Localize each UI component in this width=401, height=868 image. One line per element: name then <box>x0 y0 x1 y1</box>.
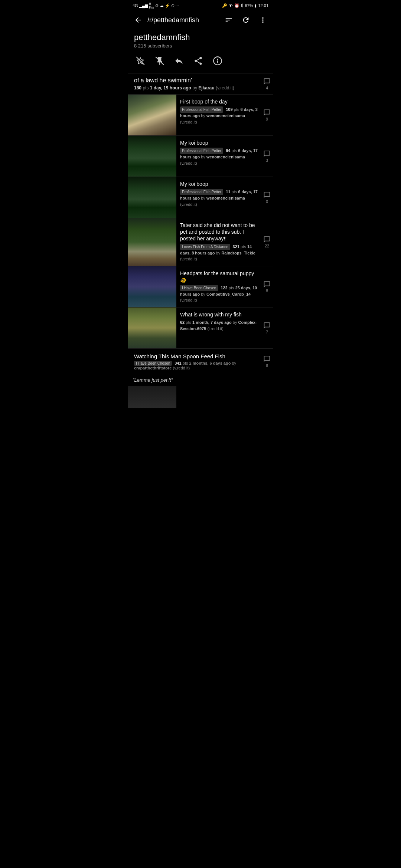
alarm-icon: ⏰ <box>234 3 239 8</box>
cloud-icon: ☁ <box>160 3 164 8</box>
comment-count: 9 <box>263 109 271 121</box>
post-thumbnail <box>128 95 176 135</box>
more-menu-button[interactable] <box>257 14 268 26</box>
post-meta: Professional Fish Petter 11 pts 6 days, … <box>180 189 258 207</box>
info-icon <box>213 56 222 66</box>
post-flair: Professional Fish Petter <box>180 189 223 195</box>
featured-source: (v.redd.it) <box>216 85 234 91</box>
last-post[interactable]: "Lemme just pet it" <box>128 374 273 408</box>
bottom-post-title: Watching This Man Spoon Feed Fish <box>134 353 258 359</box>
comment-icon <box>263 150 271 158</box>
bottom-post-author: crapatthethriftstore <box>134 366 172 370</box>
back-button[interactable] <box>133 14 144 26</box>
post-title: My koi boop <box>180 181 258 187</box>
post-item[interactable]: My koi boop Professional Fish Petter 94 … <box>128 135 273 177</box>
post-meta: Professional Fish Petter 94 pts 6 days, … <box>180 148 258 166</box>
post-flair: Professional Fish Petter <box>180 148 223 154</box>
data-speed: 0K/s <box>149 2 154 9</box>
bluetooth-icon: ₿ <box>241 3 243 8</box>
post-content: Tater said she did not want to be pet an… <box>176 218 273 266</box>
post-thumbnail <box>128 177 176 218</box>
bottom-post-meta: I Have Been Chosen 341 pts 2 months, 6 d… <box>134 361 258 370</box>
comment-icon <box>263 322 271 329</box>
subscriber-count: 8 215 subscribers <box>134 43 267 49</box>
notification-icon: ⊙ <box>171 3 175 8</box>
key-icon: 🔑 <box>222 3 227 8</box>
refresh-icon <box>242 16 250 24</box>
post-flair: Loves Fish From A Distance <box>180 244 230 250</box>
info-button[interactable] <box>211 55 224 67</box>
battery-pct: 67% <box>245 3 253 8</box>
comment-count: 8 <box>263 280 271 293</box>
featured-comment-count: 4 <box>263 78 271 90</box>
bottom-post-pts: 341 <box>175 361 181 365</box>
post-meta: 62 pts 1 month, 7 days ago by Complex-Se… <box>180 319 258 332</box>
featured-post[interactable]: of a lawd he swimmin' 180 pts 1 day, 19 … <box>128 73 273 94</box>
bottom-post-comment-count: 9 <box>263 355 271 367</box>
reply-button[interactable] <box>173 55 185 67</box>
post-list: First boop of the day Professional Fish … <box>128 94 273 348</box>
action-row <box>128 53 273 73</box>
post-content: My koi boop Professional Fish Petter 11 … <box>176 177 273 218</box>
page-title: /r/petthedamnfish <box>147 16 219 24</box>
signal-icon: 4G <box>133 3 138 8</box>
post-content: What is wrong with my fish 62 pts 1 mont… <box>176 308 273 348</box>
comment-count: 3 <box>263 150 271 162</box>
bottom-post-flair: I Have Been Chosen <box>134 361 172 366</box>
filter-icon <box>225 16 233 24</box>
more-status-icon: ··· <box>176 3 179 8</box>
comment-count: 0 <box>263 191 271 204</box>
post-title: First boop of the day <box>180 98 258 105</box>
status-bar: 4G ▂▄▆ 0K/s ⊘ ☁ ⚡ ⊙ ··· 🔑 👁 ⏰ ₿ 67% ▮ 12… <box>128 0 273 10</box>
share-button[interactable] <box>192 55 205 67</box>
post-title: Headpats for the samurai puppy 🐠 <box>180 270 258 283</box>
clock: 12:01 <box>258 3 268 8</box>
post-content: My koi boop Professional Fish Petter 94 … <box>176 136 273 177</box>
comment-count: 7 <box>263 322 271 334</box>
comment-icon <box>263 236 271 243</box>
post-thumbnail <box>128 308 176 348</box>
comment-icon <box>263 109 271 116</box>
more-vert-icon <box>259 16 267 24</box>
status-left: 4G ▂▄▆ 0K/s ⊘ ☁ ⚡ ⊙ ··· <box>133 2 179 9</box>
post-item[interactable]: My koi boop Professional Fish Petter 11 … <box>128 177 273 218</box>
comment-count: 22 <box>263 236 271 248</box>
star-off-icon <box>136 56 145 66</box>
post-flair: Professional Fish Petter <box>180 106 223 113</box>
subreddit-name: petthedamnfish <box>134 33 267 42</box>
post-meta: Professional Fish Petter 109 pts 6 days,… <box>180 106 258 125</box>
bottom-post-source: (v.redd.it) <box>173 366 190 370</box>
refresh-button[interactable] <box>240 14 251 26</box>
wifi-icon: ▂▄▆ <box>139 3 148 8</box>
post-thumbnail <box>128 136 176 177</box>
post-content: First boop of the day Professional Fish … <box>176 95 273 135</box>
last-post-thumbnail <box>128 386 176 408</box>
battery-icon: ▮ <box>254 3 257 8</box>
post-item[interactable]: What is wrong with my fish 62 pts 1 mont… <box>128 307 273 348</box>
comment-icon <box>263 355 271 362</box>
post-title: My koi boop <box>180 139 258 146</box>
comment-icon <box>263 78 271 85</box>
comment-icon <box>263 280 271 288</box>
post-item[interactable]: Headpats for the samurai puppy 🐠 I Have … <box>128 266 273 307</box>
pin-button[interactable] <box>153 55 166 67</box>
filter-button[interactable] <box>223 14 234 26</box>
last-post-caption: "Lemme just pet it" <box>128 374 273 386</box>
post-meta: Loves Fish From A Distance 321 pts 14 da… <box>180 244 258 262</box>
post-thumbnail <box>128 218 176 266</box>
featured-age: 1 day, 19 hours ago <box>150 85 191 91</box>
pin-off-icon <box>155 56 164 66</box>
reply-icon <box>174 56 184 66</box>
bottom-post[interactable]: Watching This Man Spoon Feed Fish I Have… <box>128 348 273 374</box>
post-flair: I Have Been Chosen <box>180 285 218 291</box>
post-item[interactable]: First boop of the day Professional Fish … <box>128 94 273 135</box>
vpn-icon: ⊘ <box>155 3 159 8</box>
post-item[interactable]: Tater said she did not want to be pet an… <box>128 218 273 266</box>
star-button[interactable] <box>134 55 147 67</box>
bottom-post-age: 2 months, 6 days ago <box>189 361 231 365</box>
app-bar-icons <box>223 14 268 26</box>
post-content: Headpats for the samurai puppy 🐠 I Have … <box>176 266 273 307</box>
featured-post-title: of a lawd he swimmin' <box>134 77 254 84</box>
comment-icon <box>263 191 271 199</box>
post-thumbnail <box>128 266 176 307</box>
